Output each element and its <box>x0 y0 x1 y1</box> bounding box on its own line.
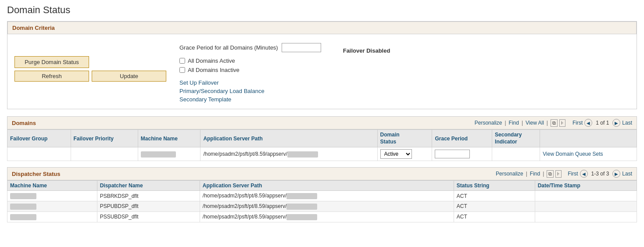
dispatcher-col-status-string: Status String <box>454 181 535 191</box>
domains-new-window-icon[interactable]: ⧉ <box>551 119 558 127</box>
all-domains-inactive-checkbox[interactable] <box>179 67 185 73</box>
domains-table-row: /home/psadm2/psft/pt/8.59/appserv/Active… <box>7 147 637 161</box>
refresh-button[interactable]: Refresh <box>14 71 89 82</box>
col-failover-group: Failover Group <box>7 130 71 147</box>
all-domains-active-checkbox[interactable] <box>179 58 185 64</box>
domains-table: Failover Group Failover Priority Machine… <box>7 129 637 161</box>
grace-period-label: Grace Period for all Domains (Minutes) <box>179 44 278 51</box>
domains-page-info: 1 of 1 <box>596 120 609 126</box>
domains-toolbar: Personalize | Find | View All | ⧉ ⊦ Firs… <box>475 119 632 127</box>
dispatcher-personalize-link[interactable]: Personalize <box>496 171 523 177</box>
dispatcher-next-btn[interactable]: ▶ <box>612 170 620 178</box>
app-path-blurred <box>287 151 318 158</box>
col-machine-name: Machine Name <box>138 130 200 147</box>
dispatcher-grid-icon[interactable]: ⊦ <box>555 170 562 178</box>
dispatcher-table-row: PSPUBDSP_dflt/home/psadm2/psft/pt/8.59/a… <box>7 201 637 212</box>
page-title: Domain Status <box>7 4 637 16</box>
dispatcher-name-cell: PSPUBDSP_dflt <box>97 201 200 212</box>
domain-criteria-header: Domain Criteria <box>7 21 637 34</box>
domain-grace-period-input[interactable] <box>435 150 470 158</box>
dispatcher-toolbar: Personalize | Find | ⧉ ⊦ First ◀ 1-3 of … <box>496 170 632 178</box>
grace-period-input[interactable] <box>282 43 321 52</box>
col-secondary-indicator: SecondaryIndicator <box>492 130 540 147</box>
left-button-group: Purge Domain Status Refresh Update <box>14 43 166 82</box>
refresh-update-row: Refresh Update <box>14 71 166 82</box>
domains-first-label: First <box>572 120 583 126</box>
view-domain-queue-sets-link[interactable]: View Domain Queue Sets <box>543 151 603 157</box>
dispatcher-col-datetime: Date/Time Stamp <box>535 181 637 191</box>
all-domains-active-row: All Domains Active <box>179 57 321 64</box>
domains-header-bar: Domains Personalize | Find | View All | … <box>7 116 637 129</box>
dispatcher-status-cell: ACT <box>454 201 535 212</box>
dispatcher-machine-blurred <box>10 204 36 210</box>
dispatcher-machine-blurred <box>10 214 36 220</box>
dispatcher-path-blurred <box>286 214 317 220</box>
dispatcher-col-dispatcher-name: Dispatcher Name <box>97 181 200 191</box>
dispatcher-name-cell: PSBRKDSP_dflt <box>97 191 200 201</box>
dispatcher-table-row: PSBRKDSP_dflt/home/psadm2/psft/pt/8.59/a… <box>7 191 637 201</box>
domains-viewall-link[interactable]: View All <box>526 120 544 126</box>
dispatcher-path-blurred <box>286 204 317 210</box>
grace-period-row: Grace Period for all Domains (Minutes) <box>179 43 321 52</box>
dispatcher-col-app-server-path: Application Server Path <box>200 181 454 191</box>
domains-last-label: Last <box>622 120 632 126</box>
all-domains-inactive-label: All Domains Inactive <box>188 67 240 73</box>
col-domain-status: DomainStatus <box>377 130 432 147</box>
dispatcher-find-link[interactable]: Find <box>530 171 540 177</box>
col-failover-priority: Failover Priority <box>71 130 138 147</box>
dispatcher-section: Dispatcher Status Personalize | Find | ⧉… <box>7 167 637 222</box>
dispatcher-machine-blurred <box>10 193 36 199</box>
domain-criteria-section: Domain Criteria Purge Domain Status Refr… <box>7 21 637 109</box>
dispatcher-col-machine-name: Machine Name <box>7 181 97 191</box>
dispatcher-title: Dispatcher Status <box>12 171 61 177</box>
failover-status: Failover Disabled <box>334 43 390 54</box>
all-domains-active-label: All Domains Active <box>188 57 235 64</box>
dispatcher-header-bar: Dispatcher Status Personalize | Find | ⧉… <box>7 167 637 180</box>
col-grace-period: Grace Period <box>432 130 492 147</box>
domains-prev-btn[interactable]: ◀ <box>584 119 592 127</box>
domains-find-link[interactable]: Find <box>509 120 519 126</box>
domains-section: Domains Personalize | Find | View All | … <box>7 116 637 161</box>
dispatcher-name-cell: PSSUBDSP_dflt <box>97 211 200 222</box>
domains-next-btn[interactable]: ▶ <box>612 119 620 127</box>
domain-status-select[interactable]: ActiveInactive <box>380 149 412 159</box>
dispatcher-new-window-icon[interactable]: ⧉ <box>547 170 554 178</box>
all-domains-inactive-row: All Domains Inactive <box>179 67 321 73</box>
domains-grid-icon[interactable]: ⊦ <box>559 119 565 127</box>
dispatcher-page-info: 1-3 of 3 <box>591 171 609 177</box>
dispatcher-status-cell: ACT <box>454 211 535 222</box>
machine-name-blurred <box>141 151 176 158</box>
dispatcher-table-row: PSSUBDSP_dflt/home/psadm2/psft/pt/8.59/a… <box>7 211 637 222</box>
criteria-middle: Grace Period for all Domains (Minutes) A… <box>179 43 321 103</box>
purge-domain-status-button[interactable]: Purge Domain Status <box>14 56 89 68</box>
setup-failover-link[interactable]: Set Up Failover <box>179 79 321 86</box>
dispatcher-table: Machine Name Dispatcher Name Application… <box>7 180 637 222</box>
dispatcher-last-label: Last <box>622 171 632 177</box>
domains-title: Domains <box>12 120 36 126</box>
dispatcher-status-cell: ACT <box>454 191 535 201</box>
dispatcher-prev-btn[interactable]: ◀ <box>580 170 588 178</box>
col-app-server-path: Application Server Path <box>200 130 377 147</box>
load-balance-link[interactable]: Primary/Secondary Load Balance <box>179 88 321 94</box>
secondary-template-link[interactable]: Secondary Template <box>179 96 321 103</box>
failover-links: Set Up Failover Primary/Secondary Load B… <box>179 79 321 103</box>
domains-personalize-link[interactable]: Personalize <box>475 120 502 126</box>
dispatcher-path-blurred <box>286 193 317 199</box>
dispatcher-first-label: First <box>568 171 578 177</box>
update-button[interactable]: Update <box>92 71 166 82</box>
